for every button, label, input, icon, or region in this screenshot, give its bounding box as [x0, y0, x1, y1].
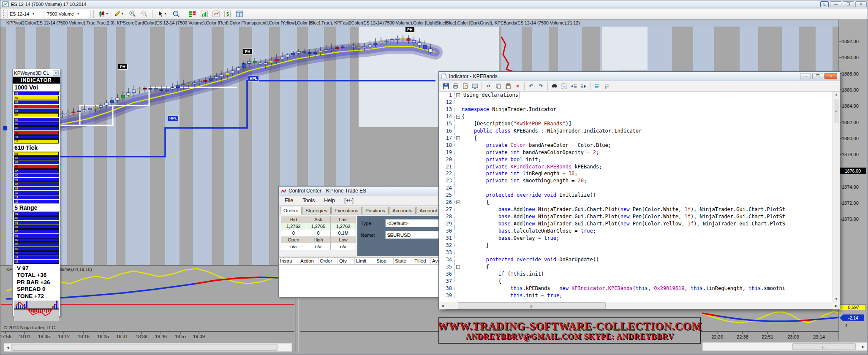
grid-column-header[interactable]: Qty	[338, 257, 355, 264]
print-button[interactable]	[451, 82, 460, 90]
drawing-tools-button[interactable]: ▼	[112, 9, 125, 19]
kpwayne-signal-row: 04	[14, 105, 59, 108]
control-center-titlebar[interactable]: Control Center - KPTone Trade ES	[279, 187, 455, 195]
line-number: 29	[439, 220, 455, 228]
tab-executions[interactable]: Executions	[331, 207, 362, 214]
view-output-button[interactable]	[471, 82, 479, 90]
scrollbar-thumb[interactable]	[11, 344, 278, 351]
fold-margin	[455, 271, 462, 278]
account-values-button[interactable]: $	[223, 9, 233, 19]
zoom-out-button[interactable]	[139, 9, 149, 19]
instrument-selector[interactable]: ES 12-14▼	[8, 10, 43, 18]
grid-column-header[interactable]: Action	[299, 257, 318, 264]
delete-button[interactable]: ×	[513, 82, 522, 90]
scrollbar-thumb[interactable]: |||	[792, 343, 856, 350]
grid-column-header[interactable]: Stop	[375, 257, 394, 264]
fold-margin	[455, 120, 462, 127]
scrollbar-thumb[interactable]: |||	[458, 302, 606, 309]
panel-grid-icon	[236, 11, 243, 17]
grid-column-header[interactable]: Instru	[279, 257, 299, 264]
close-button[interactable]: ×	[855, 1, 867, 7]
editor-hscrollbar[interactable]: ◀ ||| ▶	[439, 302, 840, 309]
code-text	[462, 99, 840, 106]
toolbar-grip[interactable]	[3, 10, 5, 18]
fold-toggle-icon[interactable]: −	[455, 263, 462, 271]
kpwayne-signal-row: 10	[14, 131, 59, 135]
quote-cell: 0	[281, 230, 306, 236]
scroll-up-icon[interactable]: ▲	[835, 92, 838, 96]
uncomment-button[interactable]	[602, 82, 611, 90]
code-editor-area[interactable]: ▲ ≡ ▼ 1+Using declarations1213namespace …	[439, 92, 840, 302]
chart-overlay-button[interactable]	[211, 9, 221, 19]
grid-column-header[interactable]: Filled	[413, 257, 431, 264]
scroll-left-icon[interactable]: ◀	[4, 344, 11, 351]
close-icon[interactable]: x	[53, 70, 59, 76]
cut-button[interactable]: ✂	[484, 82, 493, 90]
interval-selector[interactable]: 7500 Volume▼	[45, 10, 90, 18]
kpwayne-signal-row: 08	[14, 242, 59, 246]
print-preview-button[interactable]	[461, 82, 470, 90]
paste-button[interactable]	[503, 82, 512, 90]
left-chart-hscrollbar[interactable]: ◀	[4, 343, 292, 352]
tab-accounts[interactable]: Accounts	[389, 207, 416, 214]
indicator-editor-window[interactable]: Indicator - KPEBands — ❐ × ✂ × ↶ ↷ a	[438, 71, 840, 309]
editor-titlebar[interactable]: Indicator - KPEBands — ❐ ×	[439, 72, 840, 81]
kpwayne-signal-row: 08	[14, 182, 59, 186]
fold-toggle-icon[interactable]: −	[455, 199, 462, 206]
zoom-in-button[interactable]	[127, 9, 137, 19]
right-chart-hscrollbar[interactable]: ||| ▶	[702, 342, 867, 351]
scrollbar-thumb[interactable]: ≡	[834, 99, 839, 123]
data-box-button[interactable]	[171, 9, 181, 19]
menu-item-help[interactable]: Help	[324, 198, 335, 203]
indent-button[interactable]	[579, 82, 588, 90]
fold-toggle-icon[interactable]: −	[455, 113, 462, 120]
menu-item-tools[interactable]: Tools	[302, 198, 315, 203]
maximize-button[interactable]: ❐	[812, 73, 823, 79]
fold-toggle-icon[interactable]: +	[455, 92, 462, 99]
scroll-right-icon[interactable]: ▶	[833, 302, 840, 309]
kpwayne3d-panel[interactable]: KPWayne3D CL x INDICATOR 1000 Vol0102030…	[12, 69, 60, 316]
maximize-button[interactable]: ❐	[843, 1, 854, 7]
scroll-left-icon[interactable]: ◀	[439, 302, 446, 309]
fold-margin	[455, 256, 462, 263]
find-button[interactable]	[550, 82, 559, 90]
lower-panel-scale-label: -4	[844, 323, 847, 328]
cursor-mode-button[interactable]: ▼	[155, 9, 169, 19]
minimize-button[interactable]: —	[800, 73, 811, 79]
comment-button[interactable]	[593, 82, 601, 90]
code-text: namespace NinjaTrader.Indicator	[462, 106, 840, 113]
tab-positions[interactable]: Positions	[362, 207, 389, 214]
chart-window-titlebar[interactable]: ES 12-14 (7500 Volume) 17.10.2014 L — ❐ …	[0, 0, 868, 8]
intelliprompt-button[interactable]: a	[560, 82, 569, 90]
redo-button[interactable]: ↷	[536, 82, 545, 90]
grid-column-header[interactable]: Order	[318, 257, 338, 264]
minimize-button[interactable]: —	[830, 1, 841, 7]
scroll-down-icon[interactable]: ▼	[835, 297, 838, 301]
close-button[interactable]: ×	[824, 73, 837, 79]
tab-orders[interactable]: Orders	[280, 207, 302, 214]
instrument-link-button[interactable]: L	[820, 1, 829, 7]
kpwayne-signal-row: 01	[14, 92, 59, 95]
scroll-right-icon[interactable]: ▶	[860, 343, 867, 350]
menu-item-file[interactable]: File	[285, 198, 293, 203]
tab-strategies[interactable]: Strategies	[302, 207, 331, 214]
menu-item-[interactable]: [+/-]	[344, 198, 354, 203]
undo-button[interactable]: ↶	[527, 82, 536, 90]
market-depth-button[interactable]	[187, 9, 197, 19]
editor-toolbar: ✂ × ↶ ↷ a	[439, 81, 840, 92]
grid-column-header[interactable]: State	[394, 257, 413, 264]
control-center-window[interactable]: Control Center - KPTone Trade ES FileToo…	[278, 186, 456, 297]
editor-vscrollbar[interactable]: ▲ ≡ ▼	[833, 92, 840, 302]
copy-button[interactable]	[494, 82, 503, 90]
volume-chart-button[interactable]	[199, 9, 209, 19]
chart-trader-button[interactable]	[234, 9, 245, 19]
outdent-button[interactable]	[569, 82, 578, 90]
fold-toggle-icon[interactable]: −	[455, 135, 462, 142]
chart-style-button[interactable]: ▼	[97, 9, 110, 19]
code-line: 37 {	[439, 278, 840, 285]
pivot-high-label: PH	[243, 49, 253, 54]
kpwayne3d-titlebar[interactable]: KPWayne3D CL x	[13, 69, 60, 77]
save-button[interactable]	[441, 82, 450, 90]
watermark-line2: ANDREYBBRV@GMAIL.COM SKYPE: ANDREYBBRV	[465, 332, 674, 341]
grid-column-header[interactable]: Limit	[355, 257, 375, 264]
